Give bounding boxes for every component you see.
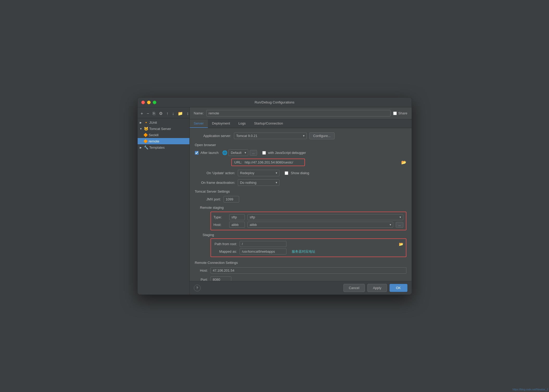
remove-config-button[interactable]: − <box>146 111 150 116</box>
seckill-icon: 🔶 <box>143 133 148 137</box>
sidebar-item-tomcat-label: Tomcat Server <box>149 127 171 131</box>
remote-icon: 🔶 <box>143 139 148 143</box>
rc-port-input[interactable] <box>210 276 231 281</box>
ok-button[interactable]: OK <box>390 284 407 292</box>
type-select[interactable]: sftp <box>247 214 403 220</box>
on-update-row: On 'Update' action: Redeploy ▼ Show dial… <box>195 170 406 176</box>
window-title: Run/Debug Configurations <box>254 100 294 104</box>
right-panel: Name: Share Server Deployment Logs <box>190 107 412 295</box>
sidebar-item-junit-label: JUnit <box>149 121 157 125</box>
browser-ellipsis-button[interactable]: ... <box>250 150 257 156</box>
js-debugger-label: with JavaScript debugger <box>268 151 306 155</box>
host-staging-input[interactable] <box>229 222 245 228</box>
sort-config-button[interactable]: ↕ <box>186 111 189 116</box>
run-debug-configurations-dialog: Run/Debug Configurations + − ⎘ ⚙ ↑ ↓ 📁 ↕… <box>137 97 412 295</box>
show-dialog-label: Show dialog <box>291 171 309 175</box>
configure-button[interactable]: Configure... <box>309 132 335 139</box>
arrow-icon: ▶ <box>140 121 143 124</box>
sidebar-item-remote[interactable]: 🔶 remote <box>138 138 189 144</box>
show-dialog-checkbox[interactable] <box>285 171 288 175</box>
browser-select[interactable]: Default <box>228 149 248 156</box>
name-input[interactable] <box>206 110 391 116</box>
share-label: Share <box>398 111 407 115</box>
js-debugger-checkbox[interactable] <box>262 151 266 155</box>
tomcat-arrow-icon: ▼ <box>140 127 143 130</box>
tabs: Server Deployment Logs Startup/Connectio… <box>190 119 412 128</box>
apply-button[interactable]: Apply <box>367 284 387 292</box>
tab-deployment[interactable]: Deployment <box>208 119 234 128</box>
share-checkbox[interactable] <box>393 112 397 115</box>
tab-logs[interactable]: Logs <box>234 119 250 128</box>
url-label: URL: <box>234 160 242 164</box>
url-input[interactable] <box>245 160 302 164</box>
sidebar-item-seckill[interactable]: 🔶 Seckill <box>138 132 189 138</box>
bottom-left: ? <box>194 285 201 291</box>
jmx-port-input[interactable] <box>224 196 239 202</box>
on-update-select[interactable]: Redeploy <box>238 170 279 176</box>
tomcat-server-settings-section: Tomcat Server Settings JMX port: Remote … <box>195 190 406 257</box>
browser-select-wrapper: Default ▼ <box>228 149 248 156</box>
rc-host-input[interactable] <box>210 267 406 274</box>
remote-connection-section: Remote Connection Settings Host: Port: <box>195 261 406 281</box>
app-server-label: Application server: <box>195 134 231 138</box>
url-box: URL: <box>231 159 305 166</box>
mapped-as-label: Mapped as: <box>214 250 237 253</box>
share-area: Share <box>393 111 407 115</box>
traffic-lights <box>141 101 156 104</box>
copy-config-button[interactable]: ⎘ <box>152 111 156 116</box>
tomcat-icon: 🐱 <box>144 127 148 131</box>
host-select-wrapper: alibb ▼ <box>247 222 393 228</box>
sidebar-item-templates[interactable]: ▶ 🔧 Templates <box>138 144 189 151</box>
on-frame-select[interactable]: Do nothing <box>238 179 279 186</box>
down-config-button[interactable]: ↓ <box>171 111 175 116</box>
bottom-right: Cancel Apply OK <box>343 284 407 292</box>
rc-host-label: Host: <box>195 269 208 272</box>
add-config-button[interactable]: + <box>140 111 144 116</box>
type-input[interactable] <box>229 214 245 220</box>
sidebar-item-seckill-label: Seckill <box>149 133 159 137</box>
sidebar-toolbar: + − ⎘ ⚙ ↑ ↓ 📁 ↕ <box>138 109 189 118</box>
close-button[interactable] <box>141 101 145 104</box>
rc-port-label: Port: <box>195 278 208 281</box>
on-frame-select-wrapper: Do nothing ▼ <box>238 179 279 186</box>
templates-icon: 🔧 <box>144 145 148 149</box>
path-folder-icon-button[interactable]: 📂 <box>399 242 403 246</box>
tab-startup-connection[interactable]: Startup/Connection <box>250 119 287 128</box>
app-server-select-wrapper: Tomcat 9.0.21 ▼ <box>234 133 307 139</box>
chrome-icon: 🌐 <box>222 150 227 155</box>
sidebar-item-tomcat-server[interactable]: ▼ 🐱 Tomcat Server <box>138 126 189 132</box>
path-from-root-input[interactable] <box>240 241 286 247</box>
sidebar-item-remote-label: remote <box>149 139 159 143</box>
sidebar-item-templates-label: Templates <box>149 146 165 149</box>
app-server-select[interactable]: Tomcat 9.0.21 <box>234 133 307 139</box>
host-select[interactable]: alibb <box>247 222 393 228</box>
sidebar-item-junit[interactable]: ▶ 🔸 JUnit <box>138 119 189 126</box>
url-folder-icon-button[interactable]: 📂 <box>401 160 406 165</box>
name-label: Name: <box>194 111 204 115</box>
mapped-as-input[interactable] <box>240 249 286 254</box>
server-settings-label: Tomcat Server Settings <box>195 190 406 193</box>
host-ellipsis-button[interactable]: ... <box>396 222 403 228</box>
folder-config-button[interactable]: 📁 <box>177 110 184 116</box>
tab-server[interactable]: Server <box>190 119 208 128</box>
minimize-button[interactable] <box>147 101 151 104</box>
after-launch-checkbox[interactable] <box>195 151 199 155</box>
on-frame-row: On frame deactivation: Do nothing ▼ <box>195 179 406 186</box>
browser-selector: 🌐 Default ▼ ... <box>222 149 257 156</box>
cancel-button[interactable]: Cancel <box>343 284 365 292</box>
up-config-button[interactable]: ↑ <box>165 111 169 116</box>
staging-type-row: Type: sftp ▼ <box>214 214 403 220</box>
title-bar: Run/Debug Configurations <box>138 97 412 107</box>
watermark: https://blog.csdn.net/Newbie_J <box>513 388 548 391</box>
open-browser-label: Open browser <box>195 143 406 147</box>
help-button[interactable]: ? <box>194 285 201 291</box>
name-row: Name: Share <box>190 107 412 119</box>
host-staging-label: Host: <box>214 223 227 227</box>
path-from-root-label: Path from root: <box>214 242 237 246</box>
url-row: URL: 📂 <box>195 159 406 166</box>
after-launch-label: After launch <box>201 151 219 155</box>
main-content: + − ⎘ ⚙ ↑ ↓ 📁 ↕ ▶ 🔸 JUnit ▼ 🐱 Tomcat Ser… <box>138 107 412 295</box>
staging-host-row: Host: alibb ▼ ... <box>214 222 403 228</box>
settings-config-button[interactable]: ⚙ <box>158 110 164 116</box>
maximize-button[interactable] <box>153 101 156 104</box>
